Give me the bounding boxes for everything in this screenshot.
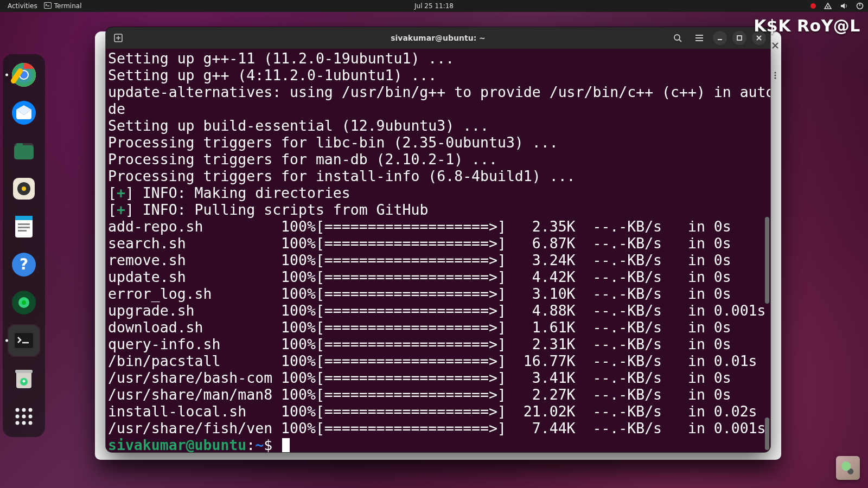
svg-text:?: ? xyxy=(20,255,28,273)
svg-rect-17 xyxy=(18,223,30,225)
svg-point-39 xyxy=(774,74,776,76)
dock-show-apps[interactable] xyxy=(9,401,39,432)
svg-rect-18 xyxy=(18,227,30,228)
kebab-icon xyxy=(771,72,779,79)
svg-point-24 xyxy=(22,300,26,305)
terminal-scrollbar[interactable] xyxy=(764,49,769,452)
minimize-button[interactable] xyxy=(713,31,727,45)
system-tray[interactable] xyxy=(810,2,864,10)
maximize-button[interactable] xyxy=(732,31,746,45)
dock: ? xyxy=(3,54,45,437)
dock-thunderbird[interactable] xyxy=(9,98,39,128)
activities-button[interactable]: Activities xyxy=(4,2,41,10)
clock[interactable]: Jul 25 11:18 xyxy=(414,2,454,10)
dock-writer[interactable] xyxy=(9,211,39,242)
svg-rect-10 xyxy=(14,145,34,159)
corner-thumbnail xyxy=(836,456,860,480)
dock-help[interactable]: ? xyxy=(9,249,39,280)
dock-chrome[interactable] xyxy=(9,60,39,90)
dock-files[interactable] xyxy=(9,136,39,166)
svg-rect-27 xyxy=(15,370,33,373)
svg-point-31 xyxy=(29,408,33,412)
svg-point-37 xyxy=(29,421,33,425)
new-tab-button[interactable] xyxy=(110,30,126,46)
window-titlebar[interactable]: sivakumar@ubuntu: ~ xyxy=(106,27,770,49)
close-icon xyxy=(756,35,762,41)
svg-point-29 xyxy=(16,408,20,412)
svg-point-36 xyxy=(22,421,26,425)
close-icon xyxy=(771,41,780,50)
hamburger-menu-button[interactable] xyxy=(691,30,707,46)
dock-app[interactable] xyxy=(9,287,39,318)
window-title: sivakumar@ubuntu: ~ xyxy=(391,34,486,42)
network-icon xyxy=(824,2,832,10)
watermark-text: K$K RoY@L xyxy=(754,16,860,35)
svg-point-2 xyxy=(827,7,829,8)
svg-point-34 xyxy=(29,415,33,419)
terminal-icon xyxy=(44,2,52,10)
power-icon xyxy=(856,2,864,10)
terminal-body[interactable]: Setting up g++-11 (11.2.0-19ubuntu1) ...… xyxy=(106,49,770,452)
terminal-window: sivakumar@ubuntu: ~ Setting up g++-11 (1… xyxy=(106,27,770,452)
svg-point-40 xyxy=(774,77,776,79)
search-button[interactable] xyxy=(669,30,686,46)
topbar-app[interactable]: Terminal xyxy=(41,2,85,10)
minimize-icon xyxy=(717,35,723,41)
top-bar: Activities Terminal Jul 25 11:18 xyxy=(0,0,868,12)
maximize-icon xyxy=(736,35,743,41)
svg-rect-16 xyxy=(15,216,33,220)
dock-rhythmbox[interactable] xyxy=(9,174,39,204)
scrollbar-thumb[interactable] xyxy=(765,217,769,304)
topbar-app-label: Terminal xyxy=(54,2,82,10)
svg-point-14 xyxy=(22,187,26,191)
dock-trash[interactable] xyxy=(9,363,39,394)
hamburger-icon xyxy=(695,34,704,42)
svg-point-35 xyxy=(16,421,20,425)
dock-terminal[interactable] xyxy=(9,325,39,356)
notification-dot-icon xyxy=(810,3,816,9)
svg-point-30 xyxy=(22,408,26,412)
scrollbar-thumb-bottom[interactable] xyxy=(765,418,769,450)
svg-point-42 xyxy=(674,35,680,40)
svg-rect-11 xyxy=(16,143,23,146)
search-icon xyxy=(673,34,682,42)
svg-rect-19 xyxy=(18,230,27,232)
svg-point-38 xyxy=(774,72,776,73)
svg-rect-25 xyxy=(15,333,33,348)
volume-icon xyxy=(840,2,848,10)
svg-rect-43 xyxy=(737,36,742,40)
svg-point-32 xyxy=(16,415,20,419)
svg-point-33 xyxy=(22,415,26,419)
svg-rect-1 xyxy=(44,3,51,8)
